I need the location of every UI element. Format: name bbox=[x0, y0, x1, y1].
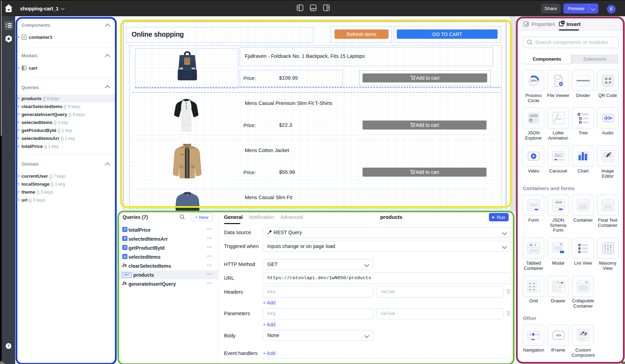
svg-text:?: ? bbox=[7, 344, 10, 348]
